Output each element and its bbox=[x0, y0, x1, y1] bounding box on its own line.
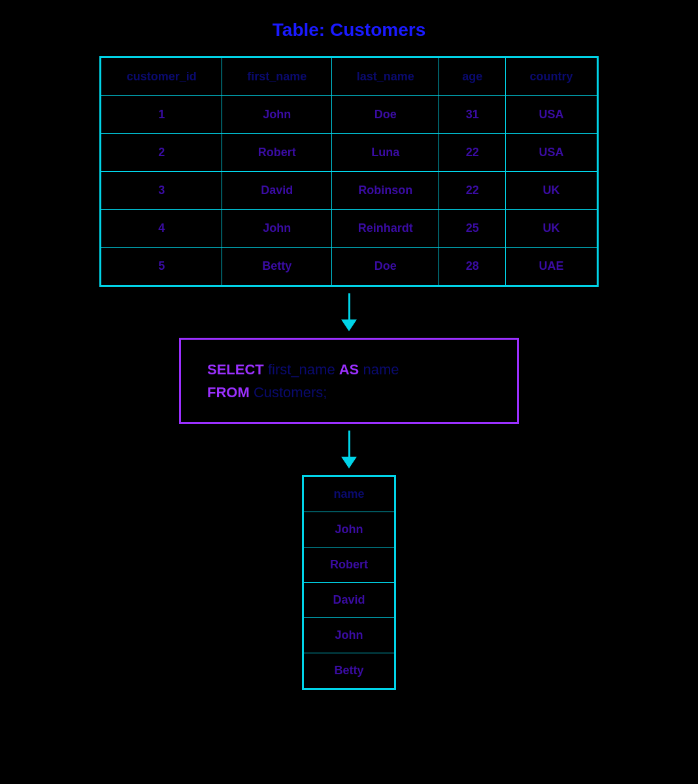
table-row: 3DavidRobinson22UK bbox=[101, 172, 597, 210]
sql-select-keyword: SELECT bbox=[207, 361, 264, 378]
sql-box: SELECT first_name AS name FROM Customers… bbox=[179, 338, 519, 424]
main-container: Table: Customers customer_id first_name … bbox=[0, 20, 698, 690]
result-cell-2: David bbox=[304, 583, 395, 618]
result-row: John bbox=[304, 512, 395, 547]
result-row: David bbox=[304, 583, 395, 618]
table-row: 5BettyDoe28UAE bbox=[101, 248, 597, 286]
table-cell-3-4: UK bbox=[505, 210, 597, 248]
col-header-first-name: first_name bbox=[222, 58, 332, 96]
sql-line-2: FROM Customers; bbox=[207, 381, 491, 404]
result-row: John bbox=[304, 618, 395, 653]
result-table-wrapper: name JohnRobertDavidJohnBetty bbox=[302, 475, 396, 690]
table-row: 4JohnReinhardt25UK bbox=[101, 210, 597, 248]
table-cell-3-0: 4 bbox=[101, 210, 222, 248]
result-row: Robert bbox=[304, 547, 395, 583]
sql-from-table: Customers; bbox=[250, 384, 327, 400]
sql-select-field: first_name bbox=[264, 361, 339, 378]
arrow-1 bbox=[341, 293, 357, 331]
result-cell-3: John bbox=[304, 618, 395, 653]
arrow-head-1 bbox=[341, 319, 357, 331]
arrow-line-1 bbox=[348, 293, 350, 319]
table-cell-4-4: UAE bbox=[505, 248, 597, 286]
result-cell-0: John bbox=[304, 512, 395, 547]
customers-table-wrapper: customer_id first_name last_name age cou… bbox=[99, 56, 599, 287]
table-cell-2-1: David bbox=[222, 172, 332, 210]
result-cell-4: Betty bbox=[304, 653, 395, 689]
result-table: name JohnRobertDavidJohnBetty bbox=[303, 476, 395, 689]
table-row: 1JohnDoe31USA bbox=[101, 96, 597, 134]
col-header-customer-id: customer_id bbox=[101, 58, 222, 96]
table-cell-1-4: USA bbox=[505, 134, 597, 172]
table-cell-2-4: UK bbox=[505, 172, 597, 210]
table-cell-3-2: Reinhardt bbox=[332, 210, 439, 248]
table-cell-1-2: Luna bbox=[332, 134, 439, 172]
table-cell-4-3: 28 bbox=[439, 248, 505, 286]
table-cell-4-0: 5 bbox=[101, 248, 222, 286]
result-row: Betty bbox=[304, 653, 395, 689]
page-title: Table: Customers bbox=[273, 20, 425, 41]
table-cell-0-3: 31 bbox=[439, 96, 505, 134]
table-cell-1-3: 22 bbox=[439, 134, 505, 172]
table-cell-3-1: John bbox=[222, 210, 332, 248]
customers-table: customer_id first_name last_name age cou… bbox=[101, 57, 597, 286]
sql-as-keyword: AS bbox=[339, 361, 359, 378]
sql-as-alias: name bbox=[359, 361, 399, 378]
table-cell-0-2: Doe bbox=[332, 96, 439, 134]
col-header-last-name: last_name bbox=[332, 58, 439, 96]
sql-line-1: SELECT first_name AS name bbox=[207, 358, 491, 381]
arrow-line-2 bbox=[348, 431, 350, 457]
table-cell-2-2: Robinson bbox=[332, 172, 439, 210]
arrow-2 bbox=[341, 431, 357, 468]
result-header-row: name bbox=[304, 477, 395, 512]
table-cell-0-0: 1 bbox=[101, 96, 222, 134]
table-cell-4-1: Betty bbox=[222, 248, 332, 286]
table-cell-2-0: 3 bbox=[101, 172, 222, 210]
col-header-country: country bbox=[505, 58, 597, 96]
table-header-row: customer_id first_name last_name age cou… bbox=[101, 58, 597, 96]
table-cell-4-2: Doe bbox=[332, 248, 439, 286]
table-cell-0-1: John bbox=[222, 96, 332, 134]
arrow-head-2 bbox=[341, 457, 357, 468]
sql-from-keyword: FROM bbox=[207, 384, 250, 400]
table-cell-0-4: USA bbox=[505, 96, 597, 134]
table-cell-3-3: 25 bbox=[439, 210, 505, 248]
result-col-header-name: name bbox=[304, 477, 395, 512]
col-header-age: age bbox=[439, 58, 505, 96]
table-cell-1-0: 2 bbox=[101, 134, 222, 172]
table-row: 2RobertLuna22USA bbox=[101, 134, 597, 172]
table-cell-2-3: 22 bbox=[439, 172, 505, 210]
table-cell-1-1: Robert bbox=[222, 134, 332, 172]
result-cell-1: Robert bbox=[304, 547, 395, 583]
